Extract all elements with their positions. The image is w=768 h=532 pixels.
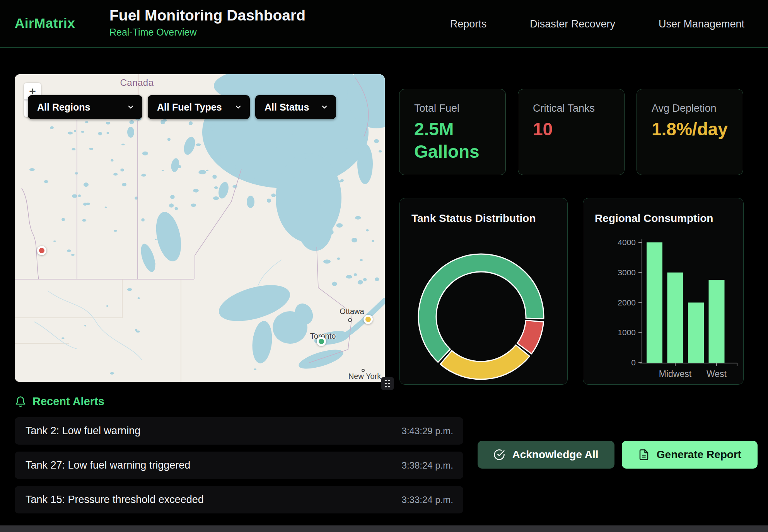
acknowledge-all-label: Acknowledge All <box>512 448 598 461</box>
region-filter-value: All Regions <box>37 102 90 113</box>
chevron-down-icon <box>321 103 328 111</box>
svg-text:West: West <box>707 369 727 379</box>
svg-text:2000: 2000 <box>618 298 636 307</box>
tank-map[interactable]: Canada Ottawa Toronto New York − + All R… <box>15 74 385 382</box>
avg-depletion-label: Avg Depletion <box>652 102 728 114</box>
critical-tanks-label: Critical Tanks <box>533 102 609 114</box>
critical-tanks-card: Critical Tanks 10 <box>518 89 625 175</box>
acknowledge-all-button[interactable]: Acknowledge All <box>478 441 614 469</box>
chevron-down-icon <box>234 103 242 111</box>
generate-report-label: Generate Report <box>657 448 741 461</box>
tank-marker-normal[interactable] <box>317 337 326 346</box>
fuel-monitoring-dashboard: AirMatrix Fuel Monitoring Dashboard Real… <box>0 0 768 532</box>
alert-row: Tank 2: Low fuel warning 3:43:29 p.m. <box>15 417 463 445</box>
svg-text:0: 0 <box>631 358 636 367</box>
alert-row: Tank 27: Low fuel warning triggered 3:38… <box>15 452 463 479</box>
alert-text: Tank 15: Pressure threshold exceeded <box>26 494 204 506</box>
svg-text:3000: 3000 <box>618 268 636 277</box>
map-filter-bar: All Regions All Fuel Types All Status <box>28 95 336 119</box>
report-document-icon <box>638 449 650 460</box>
svg-text:1000: 1000 <box>618 328 636 337</box>
map-resize-handle[interactable] <box>381 377 394 390</box>
header: AirMatrix Fuel Monitoring Dashboard Real… <box>0 0 768 48</box>
total-fuel-value: 2.5M Gallons <box>414 118 491 163</box>
window-edge-strip <box>0 525 768 532</box>
recent-alerts-heading: Recent Alerts <box>15 395 104 408</box>
total-fuel-label: Total Fuel <box>414 102 491 114</box>
regional-consumption-bar-chart: 01000200030004000MidwestWest <box>583 198 744 385</box>
tank-marker-critical[interactable] <box>37 246 46 255</box>
status-filter-value: All Status <box>265 102 309 113</box>
nav-user-management[interactable]: User Management <box>659 18 744 30</box>
tank-marker-warning[interactable] <box>364 315 373 324</box>
check-circle-icon <box>493 449 505 460</box>
donut-chart-title: Tank Status Distribution <box>411 212 536 225</box>
page-title: Fuel Monitoring Dashboard <box>109 7 305 24</box>
fuel-type-filter-dropdown[interactable]: All Fuel Types <box>148 95 250 119</box>
alert-text: Tank 2: Low fuel warning <box>26 425 140 437</box>
main-nav: Reports Disaster Recovery User Managemen… <box>450 0 744 48</box>
alert-time: 3:33:24 p.m. <box>402 494 453 505</box>
tank-status-donut-chart <box>400 198 568 385</box>
critical-tanks-value: 10 <box>533 118 609 141</box>
bell-icon <box>15 396 26 408</box>
alert-time: 3:38:24 p.m. <box>402 460 453 471</box>
status-filter-dropdown[interactable]: All Status <box>255 95 336 119</box>
avg-depletion-card: Avg Depletion 1.8%/day <box>637 89 743 175</box>
chevron-down-icon <box>127 103 135 111</box>
alert-row: Tank 15: Pressure threshold exceeded 3:3… <box>15 486 463 513</box>
alert-time: 3:43:29 p.m. <box>402 426 453 437</box>
avg-depletion-value: 1.8%/day <box>652 118 728 141</box>
nav-disaster-recovery[interactable]: Disaster Recovery <box>530 18 615 30</box>
generate-report-button[interactable]: Generate Report <box>622 441 758 469</box>
recent-alerts-title: Recent Alerts <box>32 395 104 408</box>
svg-text:4000: 4000 <box>618 238 636 247</box>
nav-reports[interactable]: Reports <box>450 18 487 30</box>
title-block: Fuel Monitoring Dashboard Real-Time Over… <box>109 7 305 38</box>
donut-segment-warning <box>440 345 530 379</box>
region-filter-dropdown[interactable]: All Regions <box>28 95 142 119</box>
alert-text: Tank 27: Low fuel warning triggered <box>26 459 190 471</box>
tank-markers-layer <box>15 74 385 382</box>
fuel-type-filter-value: All Fuel Types <box>157 102 222 113</box>
bar-chart-title: Regional Consumption <box>595 212 713 225</box>
regional-consumption-card: Regional Consumption 01000200030004000Mi… <box>583 198 744 385</box>
total-fuel-card: Total Fuel 2.5M Gallons <box>399 89 506 175</box>
brand-logo: AirMatrix <box>15 15 75 31</box>
svg-text:Midwest: Midwest <box>659 369 692 379</box>
page-subtitle: Real-Time Overview <box>109 27 305 38</box>
tank-status-distribution-card: Tank Status Distribution <box>399 198 568 385</box>
